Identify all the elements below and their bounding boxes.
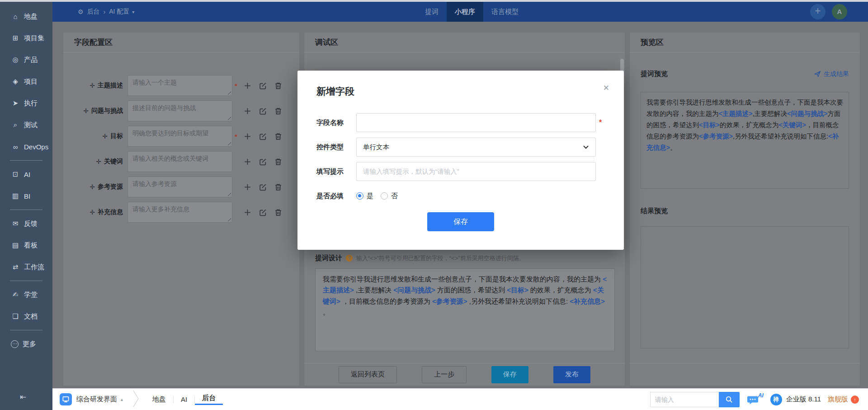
- field-token: <问题与挑战>: [393, 286, 435, 294]
- field-placeholder-input[interactable]: 请输入参考资源: [127, 176, 232, 197]
- plus-icon[interactable]: [244, 133, 251, 140]
- edit-icon[interactable]: [259, 107, 267, 115]
- sidebar-item-learn[interactable]: ✍学堂: [0, 284, 52, 305]
- field-label-text: 问题与挑战: [91, 107, 123, 115]
- trash-icon[interactable]: [274, 183, 282, 191]
- sidebar-item-label: 反馈: [24, 219, 38, 228]
- plus-icon[interactable]: [244, 82, 251, 90]
- trash-icon[interactable]: [274, 107, 282, 115]
- move-icon[interactable]: ✛: [90, 183, 95, 191]
- sidebar-item-doc[interactable]: ❏文档: [0, 305, 52, 327]
- move-icon[interactable]: ✛: [90, 209, 95, 216]
- home-icon: ⌂: [11, 13, 20, 20]
- search-input[interactable]: [650, 392, 719, 407]
- breadcrumb-current[interactable]: AI 配置: [109, 8, 129, 16]
- sidebar-item-project[interactable]: ◈项目: [0, 71, 52, 92]
- field-token: <关键词>: [778, 121, 806, 129]
- sidebar-item-program[interactable]: ⊞项目集: [0, 27, 52, 49]
- secondary-button[interactable]: 返回列表页: [339, 366, 397, 383]
- edit-icon[interactable]: [259, 209, 267, 216]
- field-name-input[interactable]: [363, 119, 589, 126]
- move-icon[interactable]: ✛: [83, 107, 89, 114]
- move-icon[interactable]: ✛: [102, 133, 108, 140]
- chevron-down-icon: ▾: [132, 10, 134, 14]
- learn-icon: ✍: [11, 291, 20, 299]
- prompt-design-textarea[interactable]: 我需要你引导我进行思维发散和生成一些创意点子，下面是我本次要发散的内容，我的主题…: [315, 268, 615, 351]
- breadcrumb: ⚙ 后台 › AI 配置 ▾: [78, 8, 134, 16]
- avatar[interactable]: A: [832, 4, 847, 19]
- sidebar-collapse-icon[interactable]: ⇤: [0, 385, 52, 410]
- field-placeholder-input[interactable]: 描述目前的问题与挑战: [127, 100, 232, 121]
- radio-否[interactable]: [381, 192, 388, 200]
- plus-icon[interactable]: [244, 107, 251, 115]
- publish-button[interactable]: 发布: [553, 366, 590, 383]
- field-placeholder-input[interactable]: 请输入更多补充信息: [127, 202, 232, 223]
- app-switcher-label[interactable]: 综合研发界面: [76, 395, 117, 404]
- prompt-text: 方面的困惑，希望达到: [435, 286, 507, 294]
- save-button[interactable]: 保存: [427, 212, 494, 231]
- trash-icon[interactable]: [274, 82, 282, 90]
- upgrade-arrow-icon[interactable]: ↑: [851, 396, 859, 404]
- edit-icon[interactable]: [259, 183, 267, 191]
- sidebar-item-more[interactable]: ⋯更多: [0, 333, 52, 355]
- header-tab-小程序[interactable]: 小程序: [447, 2, 483, 22]
- taskbar-nav-AI[interactable]: AI: [174, 396, 194, 403]
- top-header: ⚙ 后台 › AI 配置 ▾ 提词小程序语言模型 + A: [52, 2, 868, 22]
- sidebar-item-product[interactable]: ◎产品: [0, 49, 52, 71]
- preview-panel: 预览区 提词预览 生成结果 我需要你引导我进行思维发散和生成一些创意点子，下面是…: [630, 33, 860, 386]
- control-type-label: 控件类型: [316, 143, 356, 152]
- top-edge-strip: [0, 0, 868, 2]
- header-tab-提词[interactable]: 提词: [417, 2, 447, 22]
- breadcrumb-root[interactable]: 后台: [87, 8, 100, 16]
- control-type-select[interactable]: 单行文本: [356, 138, 596, 157]
- field-token: <问题与挑战>: [787, 110, 827, 117]
- field-placeholder-input[interactable]: 明确您要达到的目标或期望: [127, 126, 232, 147]
- field-placeholder-input[interactable]: 请输入相关的概念或关键词: [127, 151, 232, 172]
- field-placeholder-input[interactable]: 请输入一个主题: [127, 75, 232, 96]
- edit-icon[interactable]: [259, 133, 267, 140]
- plus-icon[interactable]: [244, 183, 251, 191]
- sidebar-item-bi[interactable]: ▥BI: [0, 185, 52, 207]
- save-button[interactable]: 保存: [491, 366, 528, 383]
- trash-icon[interactable]: [274, 209, 282, 216]
- field-row-actions: [244, 82, 282, 90]
- sidebar-item-home[interactable]: ⌂地盘: [0, 5, 52, 27]
- generate-result-link[interactable]: 生成结果: [814, 70, 849, 78]
- search-button[interactable]: [719, 392, 740, 407]
- trash-icon[interactable]: [274, 133, 282, 140]
- fill-hint-input[interactable]: [363, 168, 589, 175]
- sidebar-item-execution[interactable]: ➤执行: [0, 92, 52, 114]
- edit-icon[interactable]: [259, 82, 267, 90]
- create-button[interactable]: +: [810, 4, 826, 19]
- field-label-text: 主题描述: [98, 81, 123, 90]
- radio-label: 否: [391, 192, 398, 200]
- field-token: <目标>: [507, 286, 528, 294]
- zentao-logo[interactable]: 禅: [770, 394, 782, 405]
- sidebar-item-qa[interactable]: ⌕测试: [0, 114, 52, 136]
- move-icon[interactable]: ✛: [96, 158, 101, 165]
- plus-icon[interactable]: [244, 209, 251, 216]
- sidebar-item-feedback[interactable]: ✉反馈: [0, 213, 52, 234]
- app-switcher-icon[interactable]: [60, 393, 72, 405]
- header-tab-语言模型[interactable]: 语言模型: [483, 2, 527, 22]
- sidebar-divider: [10, 330, 42, 330]
- secondary-button[interactable]: 上一步: [422, 366, 467, 383]
- sidebar-item-devops[interactable]: ∞DevOps: [0, 136, 52, 157]
- trash-icon[interactable]: [274, 158, 282, 166]
- taskbar-nav-后台[interactable]: 后台: [195, 394, 223, 405]
- close-icon[interactable]: ✕: [603, 83, 609, 93]
- sidebar-item-kanban[interactable]: ▤看板: [0, 234, 52, 256]
- sidebar-item-workflow[interactable]: ⇄工作流: [0, 256, 52, 278]
- radio-label: 是: [367, 192, 373, 200]
- field-label: ✛问题与挑战: [63, 107, 123, 115]
- upgrade-link[interactable]: 旗舰版: [828, 395, 848, 404]
- sidebar-item-ai[interactable]: ⊡AI: [0, 163, 52, 185]
- move-icon[interactable]: ✛: [90, 82, 95, 89]
- plus-icon[interactable]: [244, 158, 251, 166]
- required-asterisk: *: [235, 133, 241, 140]
- result-preview-title: 结果预览: [641, 207, 849, 215]
- taskbar-nav-地盘[interactable]: 地盘: [145, 395, 173, 404]
- edit-icon[interactable]: [259, 158, 267, 166]
- radio-是[interactable]: [356, 192, 363, 200]
- ai-chat-button[interactable]: AI: [746, 394, 764, 405]
